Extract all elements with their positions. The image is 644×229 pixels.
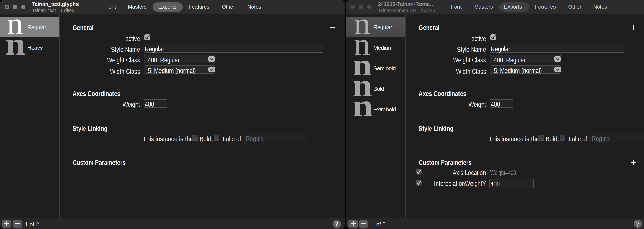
svg-text:n: n [5, 27, 26, 62]
svg-text:n: n [353, 88, 373, 123]
